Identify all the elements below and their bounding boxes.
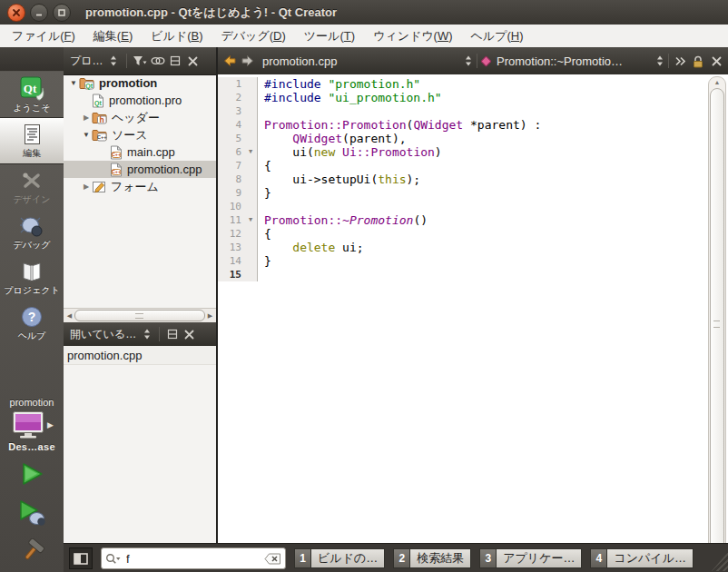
- combo-updown-icon: [461, 53, 475, 69]
- svg-text:Qt: Qt: [94, 99, 102, 106]
- toolbar-overflow-button[interactable]: [671, 51, 689, 71]
- projects-panel: プロ… ▼QtpromotionQtpromotion.pro▶hヘッダー▼C+…: [64, 47, 218, 322]
- mode-welcome-button[interactable]: Qtようこそ: [0, 72, 64, 117]
- window-minimize-button[interactable]: [30, 4, 48, 22]
- mode-bar: Qtようこそ編集デザインデバッグプロジェクト?ヘルプ: [0, 72, 64, 346]
- menu-item-b[interactable]: ビルド(B): [142, 25, 212, 47]
- symbol-combo[interactable]: Promotion::~Promotio…: [479, 50, 666, 72]
- menu-item-h[interactable]: ヘルプ(H): [462, 25, 533, 47]
- fold-column: [244, 200, 258, 213]
- code-line[interactable]: 2#include "ui_promotion.h": [218, 91, 708, 104]
- locator-searchbox[interactable]: [101, 547, 286, 569]
- mode-help-button[interactable]: ?ヘルプ: [0, 301, 64, 346]
- expander-open-icon[interactable]: ▼: [81, 131, 92, 139]
- pane-selector-updown-icon[interactable]: [140, 326, 153, 342]
- code-line[interactable]: 7{: [218, 159, 708, 173]
- mode-debug-button[interactable]: デバッグ: [0, 210, 64, 255]
- scroll-up-icon[interactable]: ▲: [709, 77, 725, 88]
- code-line[interactable]: 9}: [218, 186, 708, 200]
- clear-backspace-icon[interactable]: [264, 553, 281, 565]
- split-icon[interactable]: [169, 53, 182, 69]
- menu-item-t[interactable]: ツール(T): [295, 25, 364, 47]
- sidebar-toggle-button[interactable]: [69, 547, 93, 569]
- pane-selector-updown-icon[interactable]: [107, 53, 121, 69]
- code-line[interactable]: 15: [218, 268, 708, 281]
- mode-edit-button[interactable]: 編集: [0, 117, 64, 164]
- menu-item-f[interactable]: ファイル(F): [3, 25, 84, 47]
- fold-marker-icon[interactable]: ▼: [244, 145, 258, 159]
- tree-item[interactable]: ▶hヘッダー: [64, 109, 216, 126]
- menu-item-d[interactable]: デバッグ(D): [212, 25, 294, 47]
- sync-with-editor-icon[interactable]: [151, 53, 165, 69]
- tree-item[interactable]: C++main.cpp: [64, 143, 216, 161]
- lock-icon: [692, 54, 704, 68]
- window-close-button[interactable]: [7, 4, 25, 22]
- code-line[interactable]: 6▼ ui(new Ui::Promotion): [218, 145, 708, 159]
- output-pane-button-1[interactable]: 1ビルドの…: [294, 548, 385, 568]
- open-file-name: promotion.cpp: [257, 54, 461, 68]
- output-pane-button-3[interactable]: 3アプリケー…: [479, 548, 582, 568]
- window-maximize-icon: [57, 8, 66, 17]
- fold-marker-icon[interactable]: ▼: [244, 213, 258, 227]
- code-line[interactable]: 10: [218, 200, 708, 213]
- output-pane-number: 2: [393, 548, 410, 568]
- window-resize-grip[interactable]: [712, 546, 728, 571]
- tree-item[interactable]: C++promotion.cpp: [64, 161, 216, 178]
- tree-item-label: ソース: [112, 127, 148, 143]
- code-lines[interactable]: 1#include "promotion.h"2#include "ui_pro…: [218, 74, 708, 572]
- filter-icon[interactable]: [133, 53, 147, 69]
- line-number: 1: [218, 77, 244, 91]
- editor-vertical-scrollbar[interactable]: ▲ ▼: [708, 76, 726, 569]
- target-selector-button[interactable]: ▶: [10, 410, 54, 439]
- split-icon[interactable]: [165, 326, 179, 342]
- menu-item-w[interactable]: ウィンドウ(W): [364, 25, 461, 47]
- scroll-left-icon[interactable]: ◀: [64, 312, 74, 320]
- chevron-double-icon: [674, 56, 685, 66]
- code-line[interactable]: 12{: [218, 227, 708, 241]
- output-pane-button-2[interactable]: 2検索結果: [393, 548, 471, 568]
- close-editor-button[interactable]: [707, 51, 725, 71]
- line-number: 4: [218, 118, 244, 132]
- tree-item-label: promotion.cpp: [127, 163, 202, 176]
- expander-open-icon[interactable]: ▼: [68, 79, 79, 87]
- expander-closed-icon[interactable]: ▶: [81, 182, 92, 191]
- expander-closed-icon[interactable]: ▶: [81, 113, 92, 122]
- window-maximize-button[interactable]: [53, 4, 71, 22]
- code-text: delete ui;: [258, 241, 364, 254]
- code-line[interactable]: 3: [218, 104, 708, 118]
- code-area[interactable]: 1#include "promotion.h"2#include "ui_pro…: [218, 74, 728, 572]
- code-line[interactable]: 8 ui->setupUi(this);: [218, 173, 708, 186]
- tree-item[interactable]: ▼Qtpromotion: [64, 74, 216, 92]
- tree-horizontal-scrollbar[interactable]: ◀ ▶: [64, 308, 216, 322]
- tree-item[interactable]: ▼C++ソース: [64, 126, 216, 143]
- code-line[interactable]: 13 delete ui;: [218, 241, 708, 254]
- scrollbar-thumb[interactable]: [74, 310, 205, 321]
- navigate-back-button[interactable]: [221, 51, 239, 71]
- mode-design-button[interactable]: デザイン: [0, 164, 64, 210]
- code-line[interactable]: 4Promotion::Promotion(QWidget *parent) :: [218, 118, 708, 132]
- qt-file-icon: Qt: [92, 94, 104, 108]
- output-pane-button-4[interactable]: 4コンパイル…: [590, 548, 694, 568]
- debug-run-button[interactable]: [17, 499, 46, 530]
- output-pane-label: ビルドの…: [311, 548, 385, 568]
- open-document-item[interactable]: promotion.cpp: [64, 346, 216, 365]
- code-line[interactable]: 5 QWidget(parent),: [218, 132, 708, 145]
- scroll-right-icon[interactable]: ▶: [205, 312, 215, 320]
- open-file-combo[interactable]: promotion.cpp: [257, 50, 475, 72]
- code-line[interactable]: 11▼Promotion::~Promotion(): [218, 213, 708, 227]
- navigate-forward-button[interactable]: [239, 51, 257, 71]
- scrollbar-thumb[interactable]: [710, 88, 724, 557]
- build-button[interactable]: [19, 538, 44, 567]
- close-panel-icon[interactable]: [186, 53, 200, 69]
- mode-projects-button[interactable]: プロジェクト: [0, 255, 64, 301]
- close-panel-icon[interactable]: [182, 326, 196, 342]
- code-line[interactable]: 14}: [218, 254, 708, 268]
- code-line[interactable]: 1#include "promotion.h": [218, 77, 708, 91]
- lock-button[interactable]: [689, 51, 707, 71]
- tree-item[interactable]: Qtpromotion.pro: [64, 92, 216, 109]
- menu-item-e[interactable]: 編集(E): [84, 25, 142, 47]
- current-symbol-name: Promotion::~Promotio…: [493, 54, 653, 68]
- run-button[interactable]: [18, 460, 45, 491]
- tree-item[interactable]: ▶フォーム: [64, 178, 216, 195]
- locator-input[interactable]: [124, 551, 261, 567]
